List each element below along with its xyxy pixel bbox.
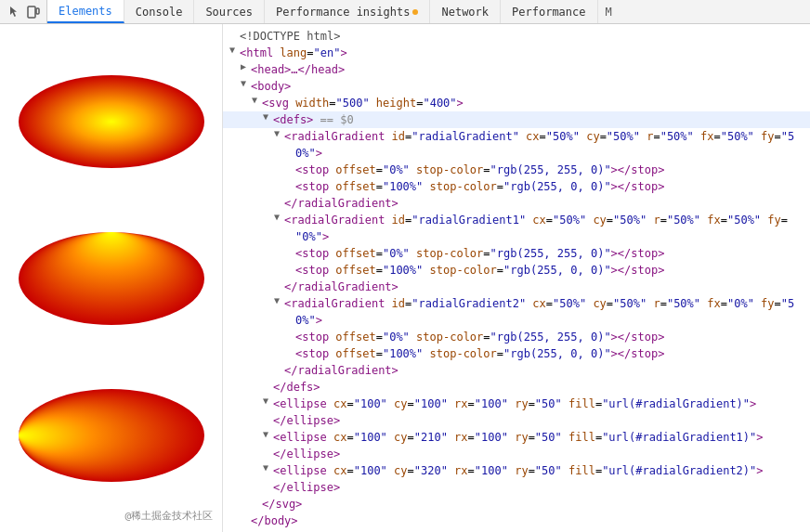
code-line-rg3-close: </radialGradient> bbox=[223, 362, 810, 379]
code-line-rg1-open: ▼ <radialGradient id="radialGradient" cx… bbox=[223, 128, 810, 145]
code-line-stop3a: <stop offset="0%" stop-color="rgb(255, 2… bbox=[223, 329, 810, 345]
ellipse-2 bbox=[19, 227, 204, 330]
ellipse-1 bbox=[19, 71, 204, 173]
toolbar-tabs: Elements Console Sources Performance ins… bbox=[47, 0, 620, 23]
expand-html[interactable]: ▼ bbox=[227, 45, 238, 56]
code-line-doctype: <!DOCTYPE html> bbox=[223, 28, 810, 45]
code-line-svg: ▼ <svg width="500" height="400" > bbox=[223, 95, 810, 111]
alert-badge bbox=[412, 9, 418, 15]
devtools-toolbar: Elements Console Sources Performance ins… bbox=[0, 0, 810, 24]
code-line-body: ▼ <body> bbox=[223, 78, 810, 95]
tab-sources[interactable]: Sources bbox=[194, 0, 265, 23]
ellipse-3 bbox=[19, 384, 204, 487]
expand-svg[interactable]: ▼ bbox=[249, 95, 260, 106]
expand-rg1[interactable]: ▼ bbox=[271, 128, 282, 139]
svg-rect-1 bbox=[36, 8, 39, 14]
code-line-ellipse3-close: </ellipse> bbox=[223, 479, 810, 496]
code-line-ellipse1: ▼ <ellipse cx="100" cy="100" rx="100" ry… bbox=[223, 396, 810, 412]
code-line-rg3-open: ▼ <radialGradient id="radialGradient2" c… bbox=[223, 295, 810, 312]
code-line-ellipse1-close: </ellipse> bbox=[223, 412, 810, 429]
code-line-rg1-close: </radialGradient> bbox=[223, 195, 810, 212]
code-line-html: ▼ <html lang="en"> bbox=[223, 45, 810, 61]
tab-console[interactable]: Console bbox=[124, 0, 195, 23]
code-line-ellipse3: ▼ <ellipse cx="100" cy="320" rx="100" ry… bbox=[223, 462, 810, 479]
tab-performance-insights[interactable]: Performance insights bbox=[265, 0, 431, 23]
tab-network[interactable]: Network bbox=[430, 0, 501, 23]
code-line-stop2b: <stop offset="100%" stop-color="rgb(255,… bbox=[223, 262, 810, 279]
code-line-stop1a: <stop offset="0%" stop-color="rgb(255, 2… bbox=[223, 162, 810, 178]
code-line-body-close: </body> bbox=[223, 513, 810, 529]
svg-rect-0 bbox=[28, 6, 35, 18]
svg-point-3 bbox=[19, 232, 204, 325]
code-line-defs: ▼ <defs> == $0 bbox=[223, 111, 810, 128]
code-line-stop3b: <stop offset="100%" stop-color="rgb(255,… bbox=[223, 345, 810, 362]
main-content: @稀土掘金技术社区 <!DOCTYPE html> ▼ <html lang="… bbox=[0, 24, 810, 532]
expand-body[interactable]: ▼ bbox=[238, 78, 249, 89]
code-line-head: ▶ <head>…</head> bbox=[223, 61, 810, 78]
svg-point-4 bbox=[19, 389, 204, 482]
expand-ellipse3[interactable]: ▼ bbox=[260, 462, 271, 474]
code-line-rg1-wrap: 0%"> bbox=[223, 145, 810, 162]
code-line-svg-close: </svg> bbox=[223, 496, 810, 513]
tab-performance[interactable]: Performance bbox=[501, 0, 597, 23]
code-line-ellipse2: ▼ <ellipse cx="100" cy="210" rx="100" ry… bbox=[223, 429, 810, 446]
code-line-stop1b: <stop offset="100%" stop-color="rgb(255,… bbox=[223, 178, 810, 195]
code-line-rg3-wrap: 0%"> bbox=[223, 312, 810, 329]
expand-defs[interactable]: ▼ bbox=[260, 111, 271, 123]
code-line-defs-close: </defs> bbox=[223, 379, 810, 396]
expand-doctype bbox=[227, 28, 238, 39]
code-line-ellipse2-close: </ellipse> bbox=[223, 446, 810, 462]
code-line-stop2a: <stop offset="0%" stop-color="rgb(255, 2… bbox=[223, 245, 810, 262]
preview-panel: @稀土掘金技术社区 bbox=[0, 24, 223, 532]
expand-rg3[interactable]: ▼ bbox=[271, 295, 282, 306]
expand-ellipse2[interactable]: ▼ bbox=[260, 429, 271, 440]
device-icon[interactable] bbox=[26, 5, 41, 19]
inspect-icon[interactable] bbox=[6, 5, 20, 19]
tab-elements[interactable]: Elements bbox=[47, 0, 124, 23]
tab-more[interactable]: M bbox=[598, 0, 620, 23]
ellipse-container bbox=[9, 43, 213, 513]
code-line-rg2-wrap: "0%"> bbox=[223, 228, 810, 245]
expand-head[interactable]: ▶ bbox=[238, 61, 249, 72]
toolbar-icons bbox=[0, 0, 47, 23]
expand-ellipse1[interactable]: ▼ bbox=[260, 396, 271, 407]
svg-point-2 bbox=[19, 75, 204, 168]
expand-rg2[interactable]: ▼ bbox=[271, 212, 282, 223]
code-line-rg2-close: </radialGradient> bbox=[223, 279, 810, 295]
code-panel[interactable]: <!DOCTYPE html> ▼ <html lang="en"> ▶ <he… bbox=[223, 24, 810, 532]
watermark: @稀土掘金技术社区 bbox=[124, 509, 213, 523]
code-line-rg2-open: ▼ <radialGradient id="radialGradient1" c… bbox=[223, 212, 810, 228]
